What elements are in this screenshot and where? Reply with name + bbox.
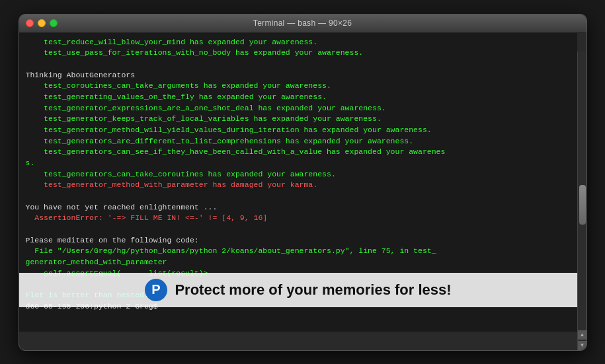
maximize-button[interactable] xyxy=(50,19,58,27)
terminal-line: test_generating_values_on_the_fly has ex… xyxy=(26,92,571,103)
terminal-line xyxy=(26,224,571,235)
window-title: Terminal — bash — 90×26 xyxy=(253,18,352,28)
photobucket-text: Protect more of your memories for less! xyxy=(175,281,451,299)
svg-text:P: P xyxy=(152,282,161,297)
terminal-line: generator_method_with_parameter xyxy=(26,257,571,268)
terminal-line: test_generator_method_will_yield_values_… xyxy=(26,125,571,136)
terminal-line: test_generator_method_with_parameter has… xyxy=(26,180,571,191)
terminal-line: s. xyxy=(26,158,571,169)
terminal-line: test_coroutines_can_take_arguments has e… xyxy=(26,81,571,92)
terminal-line: Thinking AboutGenerators xyxy=(26,70,571,81)
scrollbar-arrows[interactable]: ▲ ▼ xyxy=(578,330,587,350)
scrollbar-track[interactable]: ▲ ▼ xyxy=(577,52,586,350)
terminal-line: test_reduce_will_blow_your_mind has expa… xyxy=(26,37,571,48)
terminal-line: test_use_pass_for_iterations_with_no_bod… xyxy=(26,48,571,59)
terminal-line: test_generators_can_take_coroutines has … xyxy=(26,169,571,180)
scroll-up-arrow[interactable]: ▲ xyxy=(578,330,587,340)
title-bar: Terminal — bash — 90×26 xyxy=(19,15,586,33)
terminal-line: test_generator_keeps_track_of_local_vari… xyxy=(26,114,571,125)
terminal-line: You have not yet reached enlightenment .… xyxy=(26,202,571,213)
terminal-line: test_generators_are_different_to_list_co… xyxy=(26,136,571,147)
traffic-lights[interactable] xyxy=(26,19,58,27)
terminal-line: File "/Users/Greg/hg/python_koans/python… xyxy=(26,246,571,257)
terminal-line: Please meditate on the following code: xyxy=(26,235,571,246)
terminal-line xyxy=(26,59,571,70)
terminal-window: Terminal — bash — 90×26 test_reduce_will… xyxy=(19,14,587,351)
scroll-down-arrow[interactable]: ▼ xyxy=(578,341,587,350)
terminal-line: AssertionError: '-=> FILL ME IN! <=-' !=… xyxy=(26,213,571,224)
minimize-button[interactable] xyxy=(38,19,46,27)
photobucket-icon: P xyxy=(144,278,168,302)
scrollbar-thumb[interactable] xyxy=(579,185,586,225)
terminal-line: test_generator_expressions_are_a_one_sho… xyxy=(26,103,571,114)
photobucket-banner: P Protect more of your memories for less… xyxy=(19,273,577,307)
terminal-line xyxy=(26,191,571,202)
close-button[interactable] xyxy=(26,19,34,27)
terminal-line: test_generators_can_see_if_they_have_bee… xyxy=(26,147,571,158)
